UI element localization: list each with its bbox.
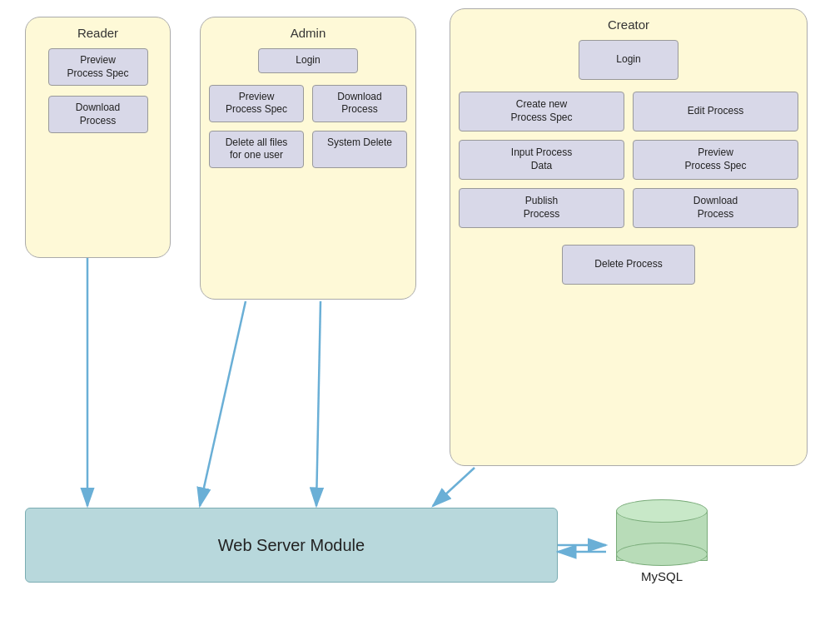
creator-title: Creator xyxy=(459,17,798,32)
admin-download-btn[interactable]: DownloadProcess xyxy=(312,85,407,122)
creator-delete-row: Delete Process xyxy=(459,236,798,285)
creator-edit-btn[interactable]: Edit Process xyxy=(633,92,798,131)
admin-title: Admin xyxy=(209,26,407,40)
creator-publish-btn[interactable]: PublishProcess xyxy=(459,188,624,228)
creator-login-row: Login xyxy=(459,40,798,80)
creator-grid: Create newProcess Spec Edit Process Inpu… xyxy=(459,92,798,228)
reader-actions: PreviewProcess Spec DownloadProcess xyxy=(34,48,162,133)
creator-input-btn[interactable]: Input ProcessData xyxy=(459,140,624,180)
mysql-container: MySQL xyxy=(608,499,716,591)
arrow-creator-to-webserver xyxy=(433,468,475,506)
web-server-module: Web Server Module xyxy=(25,508,558,583)
creator-preview-btn[interactable]: PreviewProcess Spec xyxy=(633,140,798,180)
admin-login-row: Login xyxy=(209,48,407,73)
admin-system-delete-btn[interactable]: System Delete xyxy=(312,131,407,168)
admin-preview-btn[interactable]: PreviewProcess Spec xyxy=(209,85,304,122)
creator-login-btn[interactable]: Login xyxy=(579,40,678,80)
cylinder-bottom xyxy=(616,543,708,566)
cylinder-top xyxy=(616,499,708,523)
admin-delete-files-btn[interactable]: Delete all filesfor one user xyxy=(209,131,304,168)
reader-preview-btn[interactable]: PreviewProcess Spec xyxy=(48,48,148,86)
creator-download-btn[interactable]: DownloadProcess xyxy=(633,188,798,228)
reader-title: Reader xyxy=(34,26,162,40)
diagram-container: Reader PreviewProcess Spec DownloadProce… xyxy=(0,0,840,630)
arrow-admin-right-to-webserver xyxy=(316,301,321,506)
arrow-admin-left-to-webserver xyxy=(200,301,246,506)
admin-login-btn[interactable]: Login xyxy=(258,48,358,73)
admin-box: Admin Login PreviewProcess Spec Download… xyxy=(200,17,416,300)
mysql-label: MySQL xyxy=(641,569,683,583)
creator-box: Creator Login Create newProcess Spec Edi… xyxy=(450,8,808,466)
admin-grid: PreviewProcess Spec DownloadProcess Dele… xyxy=(209,85,407,168)
creator-new-spec-btn[interactable]: Create newProcess Spec xyxy=(459,92,624,131)
reader-download-btn[interactable]: DownloadProcess xyxy=(48,96,148,133)
reader-box: Reader PreviewProcess Spec DownloadProce… xyxy=(25,17,171,258)
creator-delete-btn[interactable]: Delete Process xyxy=(562,245,695,285)
web-server-label: Web Server Module xyxy=(218,536,365,555)
mysql-cylinder xyxy=(616,499,708,566)
